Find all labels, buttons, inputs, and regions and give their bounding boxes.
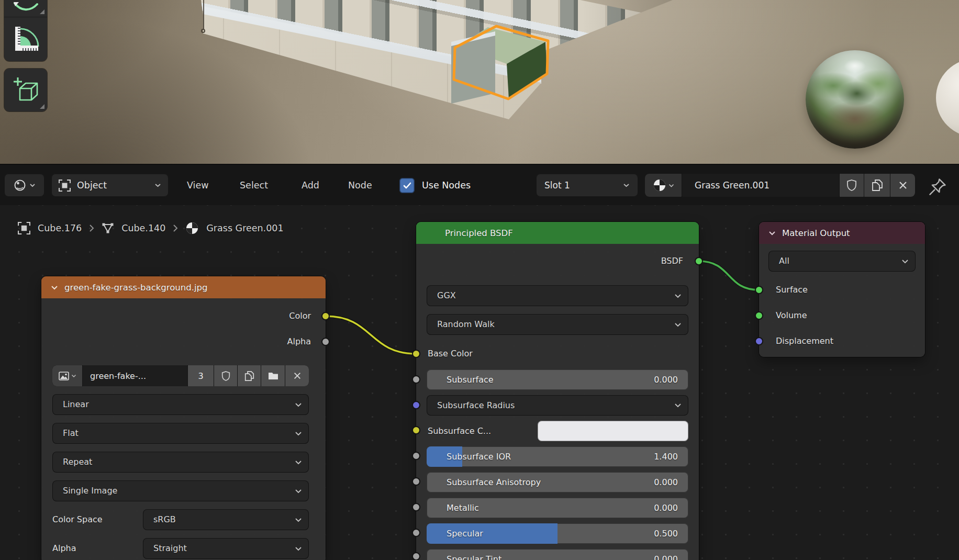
annotate-tool-button[interactable] [4, 0, 47, 17]
slot-dropdown[interactable]: Slot 1 [536, 174, 638, 197]
socket-specular-input[interactable] [412, 529, 420, 537]
duplicate-icon [872, 179, 883, 192]
image-texture-node[interactable]: green-fake-grass-background.jpg Color Al… [41, 276, 326, 560]
measure-tool-button[interactable] [4, 17, 47, 61]
alpha-mode-dropdown[interactable]: Straight [143, 538, 309, 559]
shield-icon [846, 180, 857, 191]
collapse-chevron-icon[interactable] [51, 285, 58, 290]
use-nodes-checkbox[interactable] [399, 178, 415, 193]
socket-subsurface-ior-input[interactable] [412, 452, 420, 460]
chevron-down-icon [623, 183, 630, 187]
material-ball-icon [185, 221, 199, 235]
chevron-down-icon [154, 183, 161, 187]
chevron-down-icon [674, 403, 682, 408]
socket-metallic-input[interactable] [412, 503, 420, 511]
menu-node[interactable]: Node [348, 174, 372, 197]
white-preview-sphere [936, 59, 959, 137]
output-node-header[interactable]: Material Output [759, 222, 925, 244]
menu-select[interactable]: Select [240, 174, 268, 197]
subsurface-ior-slider[interactable]: Subsurface IOR 1.400 [427, 446, 688, 467]
alpha-output-label: Alpha [287, 334, 311, 349]
source-dropdown[interactable]: Single Image [52, 480, 309, 501]
image-datablock-selector: green-fake-... 3 [52, 365, 309, 386]
interpolation-dropdown[interactable]: Linear [52, 394, 309, 415]
hdri-preview-sphere [806, 50, 904, 149]
chevron-down-icon [295, 518, 302, 522]
metallic-slider[interactable]: Metallic 0.000 [427, 498, 688, 518]
projection-dropdown[interactable]: Flat [52, 423, 309, 444]
hanging-wire [203, 0, 204, 30]
socket-subsurface-radius-input[interactable] [412, 401, 420, 409]
specular-tint-slider[interactable]: Specular Tint 0.000 [427, 549, 688, 560]
browse-material-button[interactable] [645, 174, 682, 197]
socket-subsurface-anisotropy-input[interactable] [412, 477, 420, 486]
selected-cube[interactable] [448, 21, 555, 107]
bsdf-node-title: Principled BSDF [445, 228, 513, 238]
socket-volume-input[interactable] [755, 311, 763, 320]
chevron-down-icon [674, 322, 682, 327]
subsurface-slider[interactable]: Subsurface 0.000 [427, 369, 688, 390]
image-node-header[interactable]: green-fake-grass-background.jpg [41, 276, 326, 298]
socket-surface-input[interactable] [755, 286, 763, 294]
menu-add[interactable]: Add [302, 174, 319, 197]
collapse-chevron-icon[interactable] [768, 231, 776, 236]
node-editor-canvas[interactable]: green-fake-grass-background.jpg Color Al… [0, 205, 959, 560]
material-selector: Grass Green.001 [645, 174, 915, 197]
subsurface-radius-dropdown[interactable]: Subsurface Radius [427, 395, 688, 416]
extension-dropdown[interactable]: Repeat [52, 452, 309, 473]
shader-ball-icon [14, 179, 26, 192]
chevron-right-icon [173, 224, 178, 232]
subsurface-method-dropdown[interactable]: Random Walk [427, 314, 688, 335]
output-target-dropdown[interactable]: All [768, 251, 916, 272]
blender-window: Object View Select Add Node Use Nodes Sl… [0, 0, 959, 560]
unlink-image-button[interactable] [285, 365, 309, 386]
socket-displacement-input[interactable] [755, 337, 763, 345]
new-material-button[interactable] [864, 174, 890, 197]
base-color-label: Base Color [428, 346, 473, 361]
subsurface-color-swatch[interactable] [538, 421, 688, 441]
socket-subsurface-color-input[interactable] [412, 426, 420, 434]
checkmark-icon [403, 182, 411, 189]
displacement-input-label: Displacement [776, 334, 833, 349]
color-space-dropdown[interactable]: sRGB [143, 509, 309, 530]
specular-slider[interactable]: Specular 0.500 [427, 523, 688, 544]
material-output-node[interactable]: Material Output All Surface Volume Displ… [759, 222, 925, 357]
image-name-field[interactable]: green-fake-... [83, 365, 187, 386]
socket-bsdf-output[interactable] [695, 257, 703, 265]
wire-bsdf-to-surface [699, 261, 759, 290]
image-fake-user-button[interactable] [214, 365, 237, 386]
chevron-down-icon [674, 294, 682, 298]
open-image-button[interactable] [261, 365, 285, 386]
material-name-field[interactable]: Grass Green.001 [682, 174, 839, 197]
chevron-down-icon [668, 184, 674, 187]
subsurface-anisotropy-slider[interactable]: Subsurface Anisotropy 0.000 [427, 472, 688, 492]
mode-dropdown[interactable]: Object [51, 174, 169, 197]
subsurface-color-label: Subsurface C... [428, 424, 491, 439]
pin-icon[interactable] [928, 177, 947, 197]
viewport-3d[interactable] [0, 0, 959, 164]
editor-type-button[interactable] [4, 174, 44, 197]
new-image-button[interactable] [238, 365, 261, 386]
add-cube-tool-button[interactable] [4, 69, 47, 111]
socket-specular-tint-input[interactable] [412, 552, 420, 560]
breadcrumb-mesh: Cube.140 [121, 223, 165, 233]
socket-color-output[interactable] [321, 312, 330, 320]
breadcrumb-object: Cube.176 [38, 223, 82, 233]
socket-base-color-input[interactable] [412, 350, 420, 358]
socket-subsurface-input[interactable] [412, 375, 420, 384]
chevron-down-icon [29, 183, 36, 187]
image-users-count[interactable]: 3 [188, 365, 214, 386]
unlink-material-button[interactable] [890, 174, 915, 197]
breadcrumb: Cube.176 Cube.140 Grass Green.001 [18, 219, 284, 238]
distribution-dropdown[interactable]: GGX [427, 285, 688, 306]
socket-alpha-output[interactable] [321, 338, 330, 346]
menu-view[interactable]: View [187, 174, 209, 197]
close-icon [898, 181, 908, 190]
bsdf-node-header[interactable]: Principled BSDF [416, 222, 699, 244]
bsdf-output-label: BSDF [661, 254, 683, 268]
measure-icon [12, 26, 39, 53]
fake-user-button[interactable] [840, 174, 864, 197]
principled-bsdf-node[interactable]: Principled BSDF BSDF GGX Random Walk Bas… [416, 222, 699, 560]
browse-image-button[interactable] [52, 365, 82, 386]
output-node-title: Material Output [782, 228, 850, 238]
